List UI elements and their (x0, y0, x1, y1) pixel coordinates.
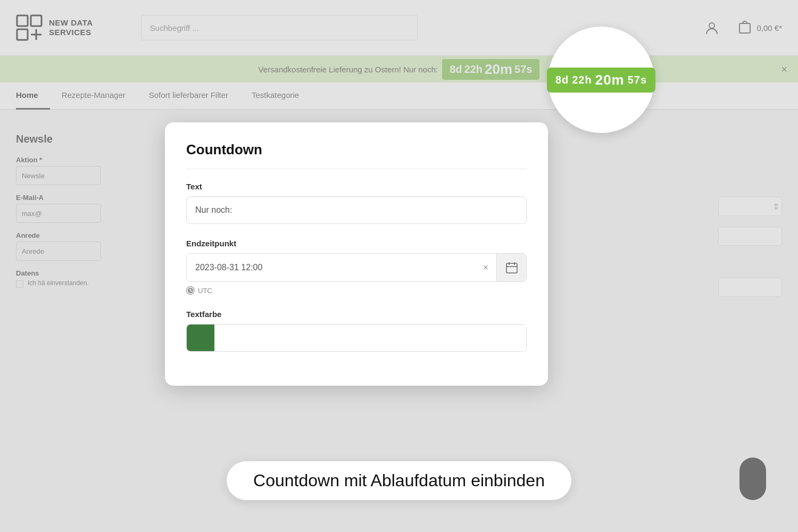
form-group-text: Text (186, 182, 527, 224)
endzeitpunkt-label: Endzeitpunkt (186, 239, 527, 248)
countdown-bubble-inner: 8d 22h 20m 57s (547, 68, 655, 93)
textfarbe-row (186, 324, 527, 352)
text-label: Text (186, 182, 527, 191)
svg-rect-10 (506, 263, 517, 273)
clock-icon (187, 287, 194, 294)
countdown-bubble: 8d 22h 20m 57s (548, 27, 654, 133)
bottom-caption: Countdown mit Ablaufdatum einbinden (227, 461, 571, 500)
form-group-textfarbe: Textfarbe (186, 310, 527, 352)
text-input[interactable] (186, 196, 527, 224)
date-clear-button[interactable]: × (475, 254, 496, 281)
bubble-minutes: 20m (595, 72, 625, 88)
bubble-days: 8d (555, 74, 569, 86)
countdown-bubble-text: 8d 22h 20m 57s (555, 72, 647, 88)
calendar-icon (506, 262, 518, 273)
color-swatch[interactable] (187, 324, 214, 352)
date-input-row: × (186, 253, 527, 282)
scroll-indicator (739, 458, 766, 500)
date-input[interactable] (187, 254, 475, 281)
textfarbe-label: Textfarbe (186, 310, 527, 319)
form-group-endzeitpunkt: Endzeitpunkt × UTC (186, 239, 527, 295)
modal-title: Countdown (186, 142, 527, 169)
utc-hint: UTC (186, 286, 527, 295)
countdown-modal: Countdown Text Endzeitpunkt × (165, 122, 548, 386)
utc-icon (186, 286, 195, 295)
bubble-seconds: 57s (628, 74, 647, 86)
bubble-hours: 22h (572, 74, 592, 86)
color-input[interactable] (221, 324, 526, 352)
utc-label: UTC (198, 287, 212, 295)
date-calendar-button[interactable] (496, 254, 526, 281)
svg-line-16 (190, 290, 192, 292)
